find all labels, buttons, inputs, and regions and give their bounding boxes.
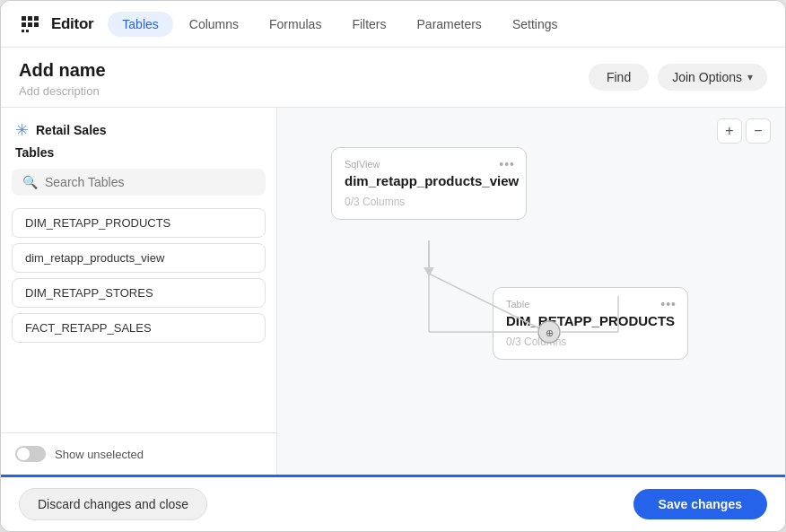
header-area: Add name Add description Find Join Optio… (1, 48, 785, 108)
top-bar: Editor Tables Columns Formulas Filters P… (1, 1, 785, 48)
join-options-button[interactable]: Join Options ▾ (658, 64, 767, 91)
main-content: ✳ Retail Sales Tables 🔍 DIM_RETAPP_PRODU… (1, 108, 785, 475)
bottom-bar: Discard changes and close Save changes (1, 475, 785, 531)
table-item-2[interactable]: DIM_RETAPP_STORES (12, 278, 266, 308)
node-menu-icon[interactable]: ••• (499, 157, 515, 171)
search-icon: 🔍 (22, 175, 38, 189)
node-title: dim_retapp_products_view (345, 173, 513, 188)
show-unselected-label: Show unselected (55, 448, 144, 461)
table-list: DIM_RETAPP_PRODUCTS dim_retapp_products_… (1, 205, 276, 432)
sidebar: ✳ Retail Sales Tables 🔍 DIM_RETAPP_PRODU… (1, 108, 277, 475)
diagram-canvas: + − ••• SqlView dim_retapp_products_view… (277, 108, 785, 475)
canvas-controls: + − (717, 118, 771, 144)
tab-formulas[interactable]: Formulas (255, 12, 336, 37)
zoom-out-button[interactable]: − (746, 118, 771, 144)
main-window: Editor Tables Columns Formulas Filters P… (0, 0, 786, 532)
nav-tabs: Tables Columns Formulas Filters Paramete… (108, 12, 572, 37)
node-menu-icon-2[interactable]: ••• (660, 297, 677, 311)
logo-icon (15, 10, 44, 39)
logo: Editor (15, 10, 93, 39)
tab-columns[interactable]: Columns (175, 12, 253, 37)
node-columns-2: 0/3 Columns (506, 336, 675, 348)
page-description: Add description (19, 84, 106, 98)
node-columns: 0/3 Columns (345, 196, 513, 208)
table-item-0[interactable]: DIM_RETAPP_PRODUCTS (12, 208, 266, 238)
node-type-label-2: Table (506, 299, 675, 310)
sidebar-footer: Show unselected (1, 432, 276, 475)
node-title-2: DIM_RETAPP_PRODUCTS (506, 313, 675, 328)
app-title: Editor (51, 15, 93, 33)
diagram-node-sqlview[interactable]: ••• SqlView dim_retapp_products_view 0/3… (331, 147, 527, 220)
page-title: Add name (19, 60, 106, 81)
tab-tables[interactable]: Tables (108, 12, 172, 37)
save-button[interactable]: Save changes (633, 489, 767, 519)
search-box: 🔍 (12, 169, 266, 196)
header-right: Find Join Options ▾ (589, 64, 767, 91)
tab-settings[interactable]: Settings (498, 12, 572, 37)
zoom-in-button[interactable]: + (717, 118, 742, 144)
table-item-1[interactable]: dim_retapp_products_view (12, 243, 266, 273)
sidebar-source: ✳ Retail Sales (1, 120, 276, 144)
find-button[interactable]: Find (589, 64, 649, 91)
node-type-label: SqlView (345, 159, 513, 170)
toggle-knob (17, 448, 30, 460)
search-input[interactable] (45, 175, 255, 189)
source-icon: ✳ (15, 120, 29, 140)
diagram-node-table[interactable]: ••• Table DIM_RETAPP_PRODUCTS 0/3 Column… (493, 287, 688, 360)
tab-filters[interactable]: Filters (337, 12, 400, 37)
svg-marker-1 (424, 267, 434, 276)
tab-parameters[interactable]: Parameters (403, 12, 496, 37)
table-item-3[interactable]: FACT_RETAPP_SALES (12, 313, 266, 343)
show-unselected-toggle[interactable] (15, 446, 46, 462)
sidebar-section-title: Tables (1, 144, 276, 169)
discard-button[interactable]: Discard changes and close (19, 488, 207, 520)
header-left: Add name Add description (19, 60, 106, 98)
source-name: Retail Sales (36, 123, 107, 137)
chevron-down-icon: ▾ (747, 71, 753, 83)
